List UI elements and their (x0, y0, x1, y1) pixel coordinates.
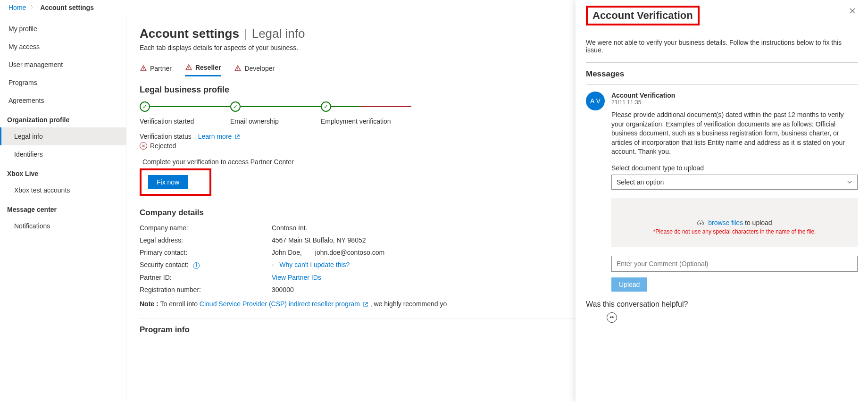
title-separator: | (244, 26, 247, 41)
tab-label: Developer (244, 65, 275, 72)
x-circle-icon: ✕ (140, 142, 147, 150)
message: A V Account Verification 21/11 11:35 Ple… (586, 92, 858, 292)
document-type-select[interactable]: Select an option (611, 175, 858, 190)
sidebar-item-user-management[interactable]: User management (0, 56, 126, 74)
step-connector-fail (359, 106, 411, 107)
panel-title: Account Verification (593, 9, 693, 22)
breadcrumb-current: Account settings (40, 4, 94, 11)
external-link-icon (234, 134, 240, 140)
tab-reseller[interactable]: Reseller (185, 62, 221, 76)
upload-button[interactable]: Upload (611, 277, 647, 292)
browse-files-link[interactable]: browse files (708, 219, 743, 226)
view-partner-ids-link[interactable]: View Partner IDs (272, 274, 321, 281)
select-label: Select document type to upload (611, 164, 858, 172)
sidebar-heading-message-center: Message center (0, 199, 126, 217)
fix-now-button[interactable]: Fix now (148, 175, 188, 189)
close-icon (849, 8, 856, 14)
sidebar-item-identifiers[interactable]: Identifiers (0, 145, 126, 163)
page-title: Account settings (140, 26, 239, 41)
step-label: Employment verification (321, 117, 391, 125)
registration-number-label: Registration number: (140, 286, 272, 293)
upload-warning: *Please do not use any special character… (616, 228, 853, 235)
tab-partner[interactable]: Partner (140, 62, 172, 76)
account-verification-panel: Account Verification We were not able to… (576, 0, 868, 402)
helpful-prompt: Was this conversation helpful? (586, 300, 858, 309)
sidebar-heading-xbox-live: Xbox Live (0, 163, 126, 181)
chevron-down-icon (847, 179, 852, 185)
primary-contact-name: John Doe, (272, 249, 302, 256)
warning-icon (140, 65, 147, 72)
panel-intro-text: We were not able to verify your business… (586, 39, 858, 54)
close-button[interactable] (847, 6, 858, 18)
verification-status-label: Verification status (140, 133, 192, 140)
tab-label: Partner (150, 65, 172, 72)
breadcrumb-home[interactable]: Home (8, 4, 26, 11)
step-label: Email ownership (230, 117, 279, 125)
company-name-label: Company name: (140, 224, 272, 232)
step-connector (241, 106, 321, 107)
messages-heading: Messages (586, 69, 858, 79)
svg-point-1 (143, 69, 143, 70)
panel-title-highlight: Account Verification (586, 6, 700, 25)
message-time: 21/11 11:35 (611, 99, 858, 106)
check-icon: ✓ (230, 101, 241, 112)
fix-now-highlight: Fix now (140, 168, 211, 196)
partner-id-label: Partner ID: (140, 274, 272, 281)
cloud-upload-icon (697, 220, 704, 226)
check-icon: ✓ (140, 101, 150, 112)
page-subtitle: Legal info (252, 26, 305, 41)
divider (586, 84, 858, 85)
sidebar-item-my-profile[interactable]: My profile (0, 20, 126, 38)
primary-contact-label: Primary contact: (140, 249, 272, 256)
step-label: Verification started (140, 117, 194, 125)
rejected-text: Rejected (150, 142, 176, 150)
message-from: Account Verification (611, 92, 858, 99)
legal-address-label: Legal address: (140, 236, 272, 244)
upload-dropzone[interactable]: browse files to upload *Please do not us… (611, 198, 858, 247)
warning-icon (234, 65, 242, 72)
sidebar-item-programs[interactable]: Programs (0, 74, 126, 92)
chevron-right-icon: 〉 (31, 4, 35, 11)
company-name-value: Contoso Int. (272, 224, 308, 232)
sidebar-item-legal-info[interactable]: Legal info (0, 127, 126, 145)
tab-label: Reseller (195, 64, 221, 71)
learn-more-link[interactable]: Learn more (198, 133, 240, 140)
external-link-icon (363, 302, 368, 307)
csp-program-link[interactable]: Cloud Service Provider (CSP) indirect re… (200, 300, 368, 308)
select-placeholder: Select an option (617, 178, 664, 186)
sidebar-heading-organization-profile: Organization profile (0, 109, 126, 127)
svg-point-3 (188, 69, 189, 69)
avatar: A V (586, 92, 605, 110)
why-cant-update-link[interactable]: Why can't I update this? (279, 261, 350, 268)
sidebar-item-xbox-test-accounts[interactable]: Xbox test accounts (0, 181, 126, 199)
sidebar: My profile My access User management Pro… (0, 15, 126, 402)
step-connector (331, 106, 359, 107)
sidebar-item-notifications[interactable]: Notifications (0, 217, 126, 235)
svg-point-5 (238, 69, 238, 70)
check-icon: ✓ (321, 101, 331, 112)
tab-developer[interactable]: Developer (234, 62, 275, 76)
divider (586, 62, 858, 63)
message-body: Please provide additional document(s) da… (611, 110, 858, 157)
warning-icon (185, 64, 192, 71)
sidebar-item-agreements[interactable]: Agreements (0, 92, 126, 109)
info-icon[interactable]: i (193, 262, 200, 269)
security-contact-label: Security contact: i (140, 261, 272, 269)
comment-input[interactable] (611, 256, 858, 272)
sidebar-item-my-access[interactable]: My access (0, 38, 126, 56)
security-contact-value: - (272, 261, 274, 268)
step-connector (150, 106, 230, 107)
primary-contact-email: john.doe@contoso.com (315, 249, 384, 256)
smiley-icon[interactable]: •• (607, 312, 617, 323)
